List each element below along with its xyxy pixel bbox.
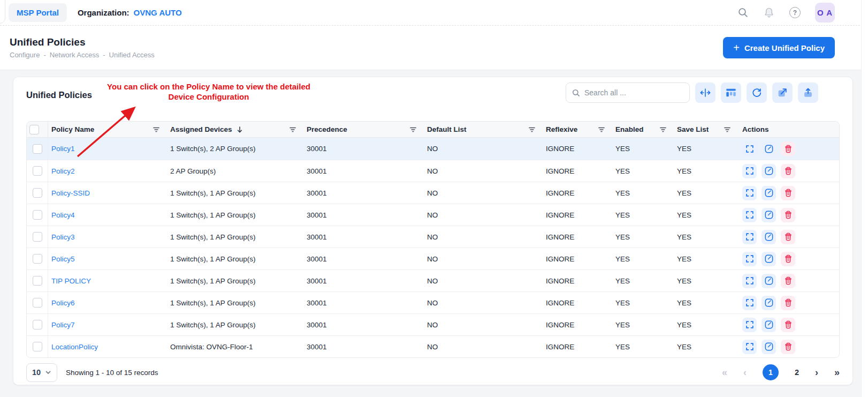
filter-icon[interactable] — [528, 125, 536, 134]
scrollbar-track[interactable] — [861, 0, 868, 397]
edit-policy-button[interactable] — [762, 230, 776, 244]
card-title: Unified Policies — [26, 90, 92, 100]
filter-icon[interactable] — [597, 125, 606, 134]
first-page-button[interactable]: « — [722, 368, 727, 377]
sort-down-icon[interactable] — [236, 126, 243, 133]
row-checkbox[interactable] — [33, 210, 42, 220]
page-1-button[interactable]: 1 — [763, 364, 779, 380]
actions-cell — [738, 274, 839, 288]
delete-policy-button[interactable] — [781, 186, 795, 200]
expand-columns-icon — [699, 87, 711, 99]
delete-policy-button[interactable] — [781, 252, 795, 266]
edit-policy-button[interactable] — [762, 252, 776, 266]
filter-icon[interactable] — [723, 125, 732, 134]
filter-icon[interactable] — [288, 125, 297, 134]
policy-name-link[interactable]: Policy4 — [51, 211, 75, 219]
previous-page-button[interactable]: ‹ — [743, 368, 747, 377]
edit-policy-button[interactable] — [762, 274, 776, 288]
row-checkbox[interactable] — [33, 342, 42, 351]
edit-policy-button[interactable] — [762, 318, 776, 332]
edit-policy-button[interactable] — [762, 208, 776, 222]
table-row: Policy7 1 Switch(s), 1 AP Group(s) 30001… — [27, 313, 839, 335]
search-box[interactable] — [566, 83, 690, 103]
view-details-button[interactable] — [742, 340, 757, 354]
actions-cell — [738, 141, 839, 156]
view-details-button[interactable] — [742, 296, 757, 310]
chevron-down-icon — [45, 369, 51, 376]
row-checkbox[interactable] — [33, 276, 42, 286]
row-checkbox[interactable] — [33, 320, 42, 329]
row-checkbox[interactable] — [33, 144, 42, 154]
policy-name-link[interactable]: Policy2 — [51, 167, 75, 175]
refresh-button[interactable] — [747, 83, 767, 103]
assigned-devices-cell: Omnivista: OVNG-Floor-1 — [167, 343, 303, 351]
delete-policy-button[interactable] — [781, 230, 795, 244]
columns-settings-button[interactable] — [721, 83, 741, 103]
delete-policy-button[interactable] — [781, 141, 795, 156]
export-button[interactable] — [772, 83, 793, 103]
upload-icon — [802, 87, 814, 99]
help-icon[interactable]: ? — [789, 7, 801, 18]
policy-name-link[interactable]: Policy5 — [51, 255, 75, 263]
save-list-cell: YES — [674, 255, 738, 263]
expand-columns-button[interactable] — [695, 83, 715, 103]
filter-icon[interactable] — [659, 125, 667, 134]
policy-name-link[interactable]: LocationPolicy — [51, 343, 98, 351]
policy-name-link[interactable]: Policy3 — [51, 233, 75, 241]
policy-name-link[interactable]: TIP POLICY — [51, 277, 91, 285]
row-checkbox[interactable] — [33, 254, 42, 264]
page-2-button[interactable]: 2 — [795, 368, 799, 377]
assigned-devices-cell: 1 Switch(s), 1 AP Group(s) — [167, 321, 303, 329]
row-checkbox[interactable] — [33, 298, 42, 308]
delete-policy-button[interactable] — [781, 340, 795, 354]
reflexive-cell: IGNORE — [543, 233, 612, 241]
policy-name-link[interactable]: Policy7 — [51, 321, 75, 329]
organization-value-link[interactable]: OVNG AUTO — [134, 8, 182, 17]
delete-policy-button[interactable] — [781, 318, 795, 332]
view-details-button[interactable] — [742, 164, 757, 178]
delete-policy-button[interactable] — [781, 164, 795, 178]
row-checkbox-cell — [27, 160, 48, 182]
policy-name-link[interactable]: Policy1 — [51, 145, 75, 153]
page-size-select[interactable]: 10 — [26, 363, 57, 382]
msp-portal-button[interactable]: MSP Portal — [9, 3, 67, 22]
edit-policy-button[interactable] — [762, 164, 776, 178]
row-checkbox[interactable] — [33, 188, 42, 198]
search-input[interactable] — [584, 88, 684, 97]
row-checkbox[interactable] — [33, 166, 42, 176]
filter-icon[interactable] — [152, 125, 161, 134]
view-details-button[interactable] — [742, 141, 757, 156]
notifications-bell-icon[interactable] — [763, 7, 775, 19]
plus-icon: + — [733, 42, 740, 53]
filter-icon[interactable] — [409, 125, 417, 134]
breadcrumb-separator: - — [103, 51, 105, 59]
next-page-button[interactable]: › — [815, 368, 818, 377]
save-list-cell: YES — [674, 299, 738, 307]
edit-policy-button[interactable] — [762, 141, 776, 156]
create-unified-policy-button[interactable]: + Create Unified Policy — [723, 37, 835, 58]
row-checkbox[interactable] — [33, 232, 42, 242]
select-all-checkbox[interactable] — [29, 125, 39, 134]
reflexive-cell: IGNORE — [543, 277, 612, 285]
upload-button[interactable] — [798, 83, 818, 103]
delete-policy-button[interactable] — [781, 274, 795, 288]
last-page-button[interactable]: » — [834, 368, 840, 377]
view-details-button[interactable] — [742, 186, 757, 200]
view-details-button[interactable] — [742, 230, 757, 244]
view-details-button[interactable] — [742, 208, 757, 222]
user-avatar[interactable]: O A — [815, 3, 835, 23]
edit-policy-button[interactable] — [762, 186, 776, 200]
default-list-cell: NO — [424, 145, 543, 153]
row-checkbox-cell — [27, 336, 48, 357]
edit-policy-button[interactable] — [762, 296, 776, 310]
delete-policy-button[interactable] — [781, 296, 795, 310]
edit-policy-button[interactable] — [762, 340, 776, 354]
delete-policy-button[interactable] — [781, 208, 795, 222]
view-details-button[interactable] — [742, 318, 757, 332]
view-details-button[interactable] — [742, 274, 757, 288]
view-details-button[interactable] — [742, 252, 757, 266]
policy-name-link[interactable]: Policy6 — [51, 299, 75, 307]
policy-name-link[interactable]: Policy-SSID — [51, 189, 90, 197]
delete-icon — [783, 254, 793, 264]
search-icon[interactable] — [737, 7, 749, 19]
